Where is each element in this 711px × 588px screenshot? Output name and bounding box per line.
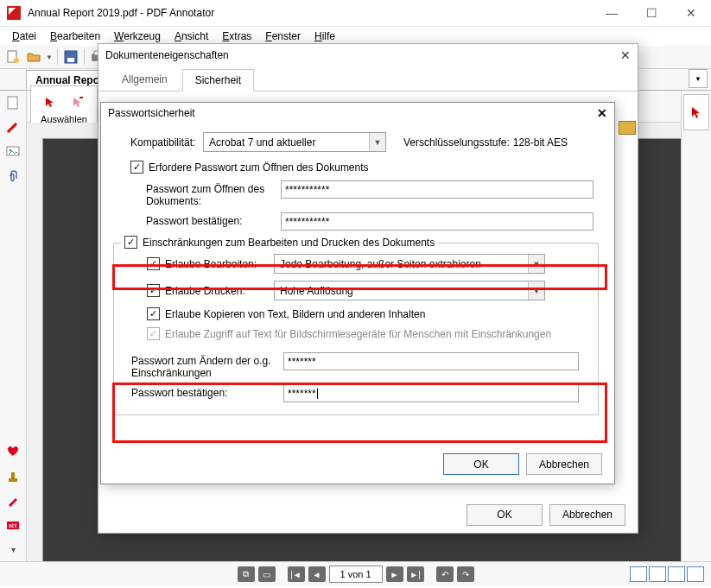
thumb-remove-icon[interactable]: ▭ [258,566,276,582]
right-sidebar [681,91,711,561]
ok-button[interactable]: OK [467,504,543,526]
svg-rect-10 [11,472,15,479]
allow-print-label: Erlaube Drucken: [165,285,274,297]
pen-red-icon[interactable] [4,118,22,136]
image-icon[interactable] [4,142,22,160]
allow-edit-label: Erlaube Bearbeiten: [165,258,274,270]
dialog2-title: Passwortsicherheit [108,107,195,119]
permissions-password-field[interactable]: ******* [283,352,579,370]
allow-copy-checkbox[interactable]: ✓ [147,307,160,320]
encryption-value: 128-bit AES [513,136,568,149]
view-mode-buttons [630,566,704,582]
statusbar: ⧉ ▭ |◄ ◄ ► ►| ↶ ↷ [0,561,711,586]
view-single-icon[interactable] [630,566,647,582]
allow-copy-label: Erlaube Kopieren von Text, Bildern und a… [165,308,425,320]
tab-sicherheit[interactable]: Sicherheit [182,69,254,92]
allow-print-combo[interactable]: Hohe Auflösung ▼ [274,281,545,300]
menu-extras[interactable]: Extras [217,28,257,44]
window-title: Annual Report 2019.pdf - PDF Annotator [28,7,592,19]
restrictions-fieldset: ✓ Einschränkungen zum Bearbeiten und Dru… [113,243,599,415]
next-page-button[interactable]: ► [386,566,403,582]
chevron-down-icon: ▼ [528,281,544,300]
open-password-field[interactable]: *********** [281,180,594,199]
new-file-icon[interactable] [3,47,22,66]
cancel-button[interactable]: Abbrechen [549,504,625,526]
open-password-label: Passwort zum Öffnen des Dokuments: [146,180,281,207]
back-button[interactable]: ↶ [436,566,454,582]
stamp-icon[interactable] [4,468,22,485]
restrictions-legend: Einschränkungen zum Bearbeiten und Druck… [143,237,435,249]
view-two-page-icon[interactable] [668,566,685,582]
ruler-vertical [27,138,43,561]
confirm-permissions-password-label: Passwort bestätigen: [131,384,283,399]
allow-screenreader-checkbox: ✓ [147,327,160,340]
confirm-open-password-field[interactable]: *********** [281,212,594,231]
minimize-button[interactable]: — [592,0,632,26]
tab-allgemein[interactable]: Allgemein [109,68,181,91]
last-page-button[interactable]: ►| [407,566,424,582]
tab-list-button[interactable]: ▼ [689,69,708,88]
permissions-password-label: Passwort zum Ändern der o.g. Einschränku… [131,352,283,379]
page-icon[interactable] [4,94,22,111]
chevron-down-icon: ▼ [528,255,544,273]
allow-edit-checkbox[interactable]: ✓ [147,257,160,270]
svg-point-1 [14,58,19,63]
require-open-password-label: Erfordere Passwort zum Öffnen des Dokume… [149,161,369,174]
view-grid-icon[interactable] [687,566,704,582]
allow-screenreader-label: Erlaube Zugriff auf Text für Bildschirml… [165,328,551,340]
compat-value: Acrobat 7 und aktueller [209,136,315,149]
encryption-label: Verschlüsselungsstufe: [403,136,510,149]
attachment-icon[interactable] [4,167,22,184]
allow-edit-value: Jede Bearbeitung, außer Seiten extrahier… [280,258,481,270]
menu-hilfe[interactable]: Hilfe [309,28,340,44]
stamp-icon [619,121,636,135]
app-icon [7,6,21,20]
allow-edit-combo[interactable]: Jede Bearbeitung, außer Seiten extrahier… [274,254,545,274]
menu-werkzeug[interactable]: Werkzeug [109,28,166,44]
heart-icon[interactable] [4,442,22,459]
menu-ansicht[interactable]: Ansicht [169,28,213,44]
confirm-open-password-label: Passwort bestätigen: [146,212,281,227]
text-caret [317,389,318,399]
edit-pen-icon[interactable] [4,492,22,509]
cursor-tool-icon[interactable] [683,94,709,130]
text-label-icon[interactable]: abl [4,516,22,534]
view-continuous-icon[interactable] [649,566,666,582]
allow-print-checkbox[interactable]: ✓ [147,284,160,297]
svg-rect-6 [8,97,17,109]
select-tool-icon[interactable] [36,88,64,116]
require-open-password-checkbox[interactable]: ✓ [130,161,143,174]
collapse-icon[interactable]: ▾ [4,541,22,558]
compat-label: Kompatibilität: [130,136,203,149]
open-folder-icon[interactable] [24,47,43,66]
menu-fenster[interactable]: Fenster [260,28,306,44]
first-page-button[interactable]: |◄ [288,566,305,582]
forward-button[interactable]: ↷ [457,566,474,582]
cancel-button[interactable]: Abbrechen [526,453,602,475]
dialog-tabs: Allgemein Sicherheit [98,66,638,92]
prev-page-button[interactable]: ◄ [308,566,326,582]
ok-button[interactable]: OK [443,453,519,475]
close-icon[interactable]: ✕ [597,106,607,120]
password-security-dialog: Passwortsicherheit ✕ Kompatibilität: Acr… [100,102,615,484]
allow-print-value: Hohe Auflösung [280,285,353,297]
save-icon[interactable] [61,47,80,66]
left-sidebar: abl ▾ [0,91,27,561]
compat-combo[interactable]: Acrobat 7 und aktueller ▼ [203,132,386,152]
close-button[interactable]: ✕ [671,0,711,26]
svg-rect-13 [79,97,83,98]
page-input[interactable] [329,566,383,583]
svg-text:abl: abl [9,522,17,528]
thumb-add-icon[interactable]: ⧉ [238,566,255,582]
svg-rect-3 [67,58,74,62]
select-text-tool-icon[interactable] [64,88,92,116]
svg-point-8 [10,149,12,152]
close-icon[interactable]: ✕ [620,48,631,62]
restrictions-checkbox[interactable]: ✓ [124,236,137,249]
menu-bearbeiten[interactable]: Bearbeiten [45,28,105,44]
maximize-button[interactable]: ☐ [632,0,671,26]
confirm-permissions-password-field[interactable]: ******* [283,384,579,402]
dialog-title: Dokumenteneigenschaften [105,49,229,61]
menu-datei[interactable]: Datei [7,28,41,44]
dropdown-icon[interactable]: ▼ [45,47,54,66]
